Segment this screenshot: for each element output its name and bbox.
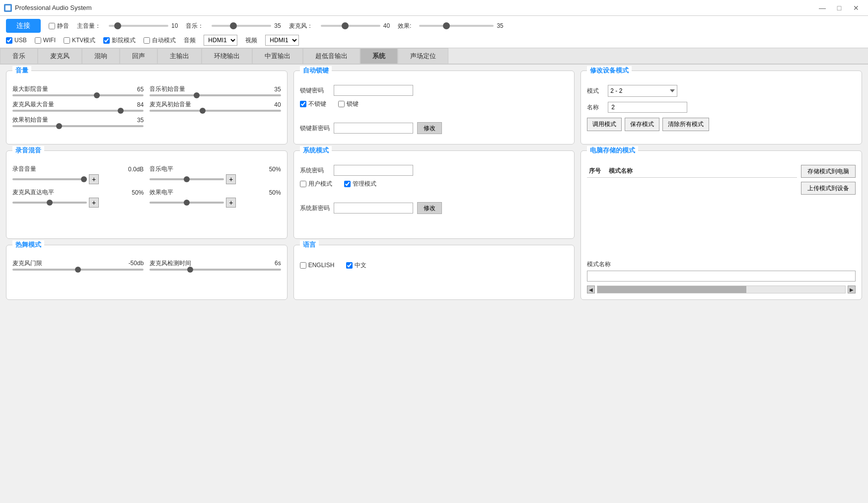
tab-bar: 音乐 麦克风 混响 回声 主输出 环绕输出 中置输出 超低音输出 系统 声场定位: [0, 48, 868, 65]
english-checkbox-label[interactable]: ENGLISH: [300, 262, 335, 269]
tab-mix[interactable]: 混响: [82, 48, 120, 64]
mic-threshold-slider[interactable]: [12, 269, 144, 271]
wifi-checkbox-label[interactable]: WIFI: [35, 37, 56, 44]
tab-mic[interactable]: 麦克风: [38, 48, 82, 64]
mic-detect-time: 麦克风检测时间 6s: [149, 259, 281, 271]
mode-name-field[interactable]: [587, 271, 856, 282]
audio-label: 音频: [184, 36, 196, 45]
mode-name-label: 名称: [587, 103, 602, 112]
record-mix-title: 录音混音: [12, 146, 44, 155]
mic-direct-level: 麦克风直达电平 50% +: [12, 188, 144, 208]
sys-new-password-row: 系统新密码 修改: [300, 202, 569, 214]
save-mode-button[interactable]: 保存模式: [625, 118, 659, 131]
call-mode-button[interactable]: 调用模式: [587, 118, 622, 131]
english-checkbox[interactable]: [300, 262, 306, 269]
mode-select[interactable]: 2 - 2 1 - 1 4 - 4: [608, 85, 677, 97]
video-select[interactable]: HDMI1 HDMI2: [265, 35, 299, 46]
mode-btn-group: 调用模式 保存模式 清除所有模式: [587, 118, 856, 131]
effect-slider[interactable]: [419, 25, 494, 27]
scroll-track[interactable]: [597, 286, 846, 293]
mode-name-input[interactable]: [608, 102, 687, 113]
record-vol-plus[interactable]: +: [89, 174, 99, 184]
lock-modify-button[interactable]: 修改: [417, 122, 442, 134]
tab-system[interactable]: 系统: [360, 48, 398, 64]
user-mode-checkbox-label[interactable]: 用户模式: [300, 180, 332, 188]
vol-effect-init-slider[interactable]: [12, 125, 144, 127]
sys-password-input[interactable]: [334, 165, 413, 176]
vol-mic-init: 麦克风初始音量 40: [149, 100, 281, 112]
vol-mic-init-slider[interactable]: [149, 110, 281, 112]
close-button[interactable]: ✕: [848, 3, 864, 13]
lock-checkbox-label[interactable]: 锁键: [338, 100, 359, 108]
connect-button[interactable]: 连接: [6, 19, 41, 33]
mic-slider[interactable]: [321, 25, 380, 27]
minimize-button[interactable]: —: [814, 3, 830, 13]
admin-mode-checkbox-label[interactable]: 管理模式: [344, 180, 376, 188]
ktv-checkbox[interactable]: [64, 37, 70, 44]
maximize-button[interactable]: □: [831, 3, 847, 13]
sys-modify-button[interactable]: 修改: [417, 202, 442, 214]
wifi-checkbox[interactable]: [35, 37, 41, 44]
audio-select[interactable]: HDMI1 HDMI2 SPDIF: [204, 35, 237, 46]
scroll-right-btn[interactable]: ▶: [848, 286, 856, 293]
master-volume-slider-container: 10: [109, 22, 178, 29]
mic-threshold: 麦克风门限 -50db: [12, 259, 144, 271]
vol-music-init-slider[interactable]: [149, 94, 281, 96]
vol-mic-max-slider[interactable]: [12, 110, 144, 112]
effect-value: 35: [497, 22, 503, 29]
mic-direct-plus[interactable]: +: [89, 198, 99, 208]
scroll-left-btn[interactable]: ◀: [587, 286, 595, 293]
music-level-slider-row: +: [149, 174, 281, 184]
record-vol-slider[interactable]: [12, 178, 87, 180]
volume-panel-title: 音量: [12, 66, 31, 75]
tab-sound-pos[interactable]: 声场定位: [398, 48, 448, 64]
vol-mic-max: 麦克风最大音量 84: [12, 100, 144, 112]
tab-main-out[interactable]: 主输出: [157, 48, 202, 64]
music-slider[interactable]: [212, 25, 271, 27]
save-to-computer-button[interactable]: 存储模式到电脑: [801, 165, 856, 178]
effect-level-slider[interactable]: [149, 202, 224, 204]
tab-music[interactable]: 音乐: [0, 48, 38, 64]
mute-checkbox[interactable]: [49, 23, 55, 29]
tab-center-out[interactable]: 中置输出: [252, 48, 303, 64]
chinese-checkbox-label[interactable]: 中文: [346, 261, 366, 270]
mic-slider-container: 40: [321, 22, 390, 29]
unlock-checkbox-label[interactable]: 不锁键: [300, 100, 326, 108]
table-header: 序号 模式名称: [587, 165, 797, 178]
music-level-slider[interactable]: [149, 178, 224, 180]
vol-cinema-max-slider[interactable]: [12, 94, 144, 96]
unlock-checkbox[interactable]: [300, 101, 306, 107]
mute-checkbox-label[interactable]: 静音: [49, 22, 69, 30]
lock-checkbox[interactable]: [338, 101, 345, 107]
title-bar: Professional Audio System — □ ✕: [0, 0, 868, 16]
tab-env-out[interactable]: 环绕输出: [202, 48, 252, 64]
chinese-checkbox[interactable]: [346, 262, 353, 269]
auto-checkbox-label[interactable]: 自动模式: [144, 36, 176, 45]
music-level-plus[interactable]: +: [226, 174, 236, 184]
upload-to-device-button[interactable]: 上传模式到设备: [801, 182, 856, 195]
master-volume-label: 主音量：: [77, 22, 101, 30]
ktv-checkbox-label[interactable]: KTV模式: [64, 36, 95, 45]
tab-echo[interactable]: 回声: [120, 48, 157, 64]
clear-all-modes-button[interactable]: 清除所有模式: [662, 118, 709, 131]
toolbar: 连接 静音 主音量： 10 音乐： 35 麦克风： 40 效果: 35: [0, 16, 868, 48]
mic-direct-slider[interactable]: [12, 202, 87, 204]
lock-password-input[interactable]: [334, 85, 413, 96]
usb-checkbox[interactable]: [6, 37, 12, 44]
usb-checkbox-label[interactable]: USB: [6, 37, 27, 44]
modify-mode-title: 修改设备模式: [587, 66, 632, 75]
user-mode-checkbox[interactable]: [300, 181, 306, 187]
lock-new-password-input[interactable]: [334, 123, 413, 134]
auto-checkbox[interactable]: [144, 37, 150, 44]
mic-detect-time-slider[interactable]: [149, 269, 281, 271]
svg-rect-0: [5, 5, 10, 10]
window-controls: — □ ✕: [814, 3, 864, 13]
cinema-checkbox[interactable]: [103, 37, 110, 44]
effect-level-plus[interactable]: +: [226, 198, 236, 208]
effect-label: 效果:: [398, 22, 411, 30]
tab-sub-out[interactable]: 超低音输出: [303, 48, 360, 64]
admin-mode-checkbox[interactable]: [344, 181, 351, 187]
master-volume-slider[interactable]: [109, 25, 168, 27]
sys-new-password-input[interactable]: [334, 203, 413, 214]
cinema-checkbox-label[interactable]: 影院模式: [103, 36, 136, 45]
